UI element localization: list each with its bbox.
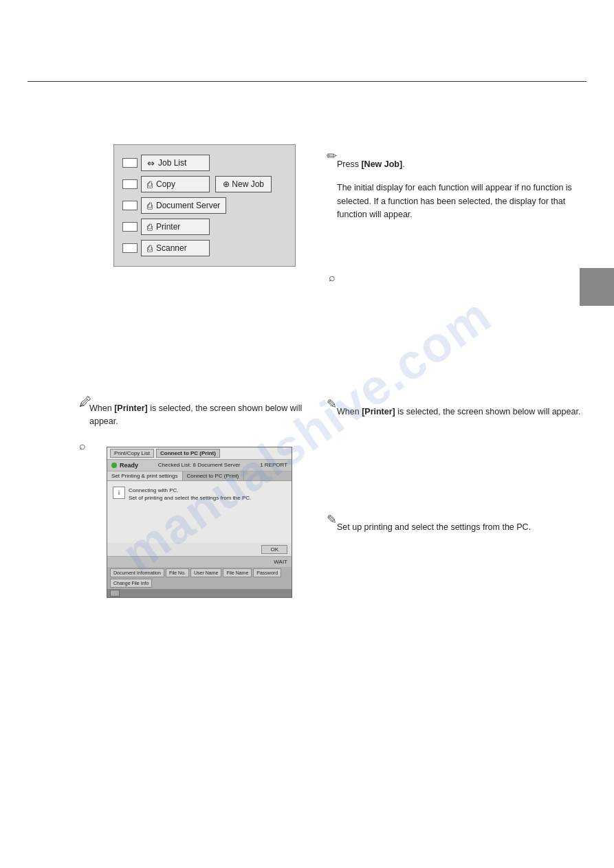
mockup-btn-copy[interactable]: ⎙ Copy [141, 176, 210, 192]
ss-status-icon [110, 590, 120, 597]
ss-report: 1 REPORT [260, 462, 287, 469]
text-section-4: Set up printing and select the settings … [337, 521, 583, 541]
ss-bottom-btn-3[interactable]: User Name [190, 568, 221, 577]
ready-dot [111, 463, 117, 468]
mockup-checkbox-scanner[interactable] [122, 243, 138, 253]
ss-footer: WAIT [107, 556, 292, 567]
mockup-checkbox-copy[interactable] [122, 179, 138, 189]
job-list-icon: ⇔ [147, 158, 155, 168]
text-section-3: When [Printer] is selected, the screen s… [89, 402, 303, 436]
screenshot-mockup: Print/Copy List Connect to PC (Print) Re… [107, 447, 292, 598]
mockup-row-printer: ⎙ Printer [122, 219, 287, 235]
ss-bottom-btn-1[interactable]: Document Information [110, 568, 164, 577]
ss-msg-row: i Connecting with PC. Set of printing an… [113, 487, 286, 502]
ui-mockup-container: ⇔ Job List ⎙ Copy ⊕ New Job ⎙ Document S… [113, 144, 296, 267]
scanner-icon: ⎙ [147, 243, 153, 254]
mockup-btn-printer[interactable]: ⎙ Printer [141, 219, 210, 235]
ss-tab-1[interactable]: Set Printing & print settings [107, 471, 183, 480]
document-server-icon: ⎙ [147, 201, 153, 211]
mockup-btn-job-list[interactable]: ⇔ Job List [141, 155, 210, 171]
pencil-icon-1: ✏ [327, 148, 337, 164]
ss-tab-row: Set Printing & print settings Connect to… [107, 471, 292, 481]
ss-bottom-btn-6[interactable]: Change File Info [110, 579, 152, 588]
copy-icon: ⎙ [147, 179, 153, 190]
ss-bottom-btn-4[interactable]: File Name [223, 568, 252, 577]
mockup-btn-scanner[interactable]: ⎙ Scanner [141, 240, 210, 256]
search-icon-1: ⌕ [329, 271, 336, 284]
ss-header: Ready Checked List: 8 Document Server 1 … [107, 460, 292, 471]
ss-status-bar [107, 589, 292, 597]
ss-ok-button[interactable]: OK [261, 545, 287, 554]
pencil-icon-3: ✎ [327, 397, 337, 412]
ss-topbtn-printcopy[interactable]: Print/Copy List [110, 449, 154, 458]
ss-status-info: Checked List: 8 Document Server [158, 462, 241, 469]
new-job-button[interactable]: ⊕ New Job [215, 176, 272, 192]
ss-ready-status: Ready [111, 462, 138, 469]
top-horizontal-rule [28, 81, 586, 82]
mockup-checkbox-printer[interactable] [122, 222, 138, 232]
mockup-row-scanner: ⎙ Scanner [122, 240, 287, 256]
ss-bottom-btn-5[interactable]: Password [253, 568, 281, 577]
ss-msg-icon: i [113, 487, 125, 499]
ui-mockup: ⇔ Job List ⎙ Copy ⊕ New Job ⎙ Document S… [113, 144, 296, 267]
screenshot-mockup-container: Print/Copy List Connect to PC (Print) Re… [107, 447, 292, 598]
mockup-row-document-server: ⎙ Document Server [122, 197, 287, 214]
mockup-checkbox-document-server[interactable] [122, 201, 138, 210]
printer-icon: ⎙ [147, 222, 153, 232]
ss-ok-row: OK [107, 543, 292, 556]
side-tab [580, 268, 614, 306]
ss-topbar: Print/Copy List Connect to PC (Print) [107, 447, 292, 460]
ss-tab-2[interactable]: Connect to PC (Print) [183, 471, 244, 480]
mockup-checkbox-job-list[interactable] [122, 158, 138, 168]
mockup-btn-document-server[interactable]: ⎙ Document Server [141, 197, 226, 214]
ss-bottom-btn-2[interactable]: File No. [166, 568, 189, 577]
ss-topbtn-connect[interactable]: Connect to PC (Print) [156, 449, 220, 458]
ss-msg-text: Connecting with PC. Set of printing and … [129, 487, 251, 502]
search-icon-2: ⌕ [79, 440, 86, 452]
ss-bottom-bar: Document Information File No. User Name … [107, 567, 292, 589]
ss-body: i Connecting with PC. Set of printing an… [107, 481, 292, 543]
text-section-2: When [Printer] is selected, the screen s… [337, 405, 583, 425]
mockup-row-job-list: ⇔ Job List [122, 155, 287, 171]
text-section-1: Press [New Job]. The initial display for… [337, 158, 583, 229]
pencil-icon-4: ✎ [327, 512, 337, 527]
mockup-row-copy: ⎙ Copy ⊕ New Job [122, 176, 287, 192]
